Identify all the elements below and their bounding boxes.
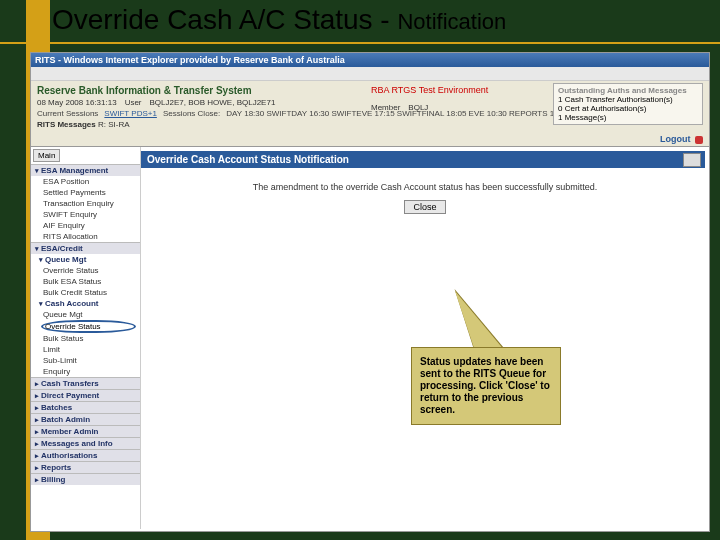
printer-icon[interactable] — [683, 153, 701, 167]
sidebar-item[interactable]: Transaction Enquiry — [31, 198, 140, 209]
sidebar-item[interactable]: Limit — [31, 344, 140, 355]
sidebar-item[interactable]: Sub-Limit — [31, 355, 140, 366]
sidebar-section-header[interactable]: Batches — [31, 401, 140, 413]
sidebar-section-header[interactable]: ESA/Credit — [31, 242, 140, 254]
sidebar: Main ESA ManagementESA PositionSettled P… — [31, 147, 141, 529]
sidebar-section-header[interactable]: Batch Admin — [31, 413, 140, 425]
sidebar-section-header[interactable]: Billing — [31, 473, 140, 485]
auths-line: 0 Cert at Authorisation(s) — [558, 104, 698, 113]
logout-icon — [695, 136, 703, 144]
sidebar-item[interactable]: Bulk Status — [31, 333, 140, 344]
auths-line: 1 Cash Transfer Authorisation(s) — [558, 95, 698, 104]
slide-title-main: Override Cash A/C Status - — [52, 4, 397, 35]
sessions-link[interactable]: SWIFT PDS+1 — [104, 109, 157, 118]
outstanding-auths-box[interactable]: Outstanding Auths and Messages 1 Cash Tr… — [553, 83, 703, 125]
sidebar-section-header[interactable]: ESA Management — [31, 164, 140, 176]
rits-messages-label: RITS Messages — [37, 120, 96, 129]
sidebar-section-header[interactable]: Reports — [31, 461, 140, 473]
auths-title: Outstanding Auths and Messages — [558, 86, 698, 95]
slide-title-sub: Notification — [397, 9, 506, 34]
member-value: BQLJ — [408, 103, 428, 112]
close-button[interactable]: Close — [404, 200, 445, 214]
sidebar-item[interactable]: SWIFT Enquiry — [31, 209, 140, 220]
user-value: BQLJ2E7, BOB HOWE, BQLJ2E71 — [150, 98, 276, 107]
main-button[interactable]: Main — [33, 149, 60, 162]
window-title-bar: RITS - Windows Internet Explorer provide… — [31, 53, 709, 67]
content-area: Override Cash Account Status Notificatio… — [141, 147, 709, 529]
environment-label: RBA RTGS Test Environment — [371, 85, 488, 95]
logout-label: Logout — [660, 134, 691, 144]
sidebar-item[interactable]: Bulk Credit Status — [31, 287, 140, 298]
sessions-label: Current Sessions — [37, 109, 98, 118]
sidebar-item[interactable]: Bulk ESA Status — [31, 276, 140, 287]
notification-message: The amendment to the override Cash Accou… — [161, 182, 689, 192]
instruction-callout: Status updates have been sent to the RIT… — [411, 347, 561, 425]
sidebar-item[interactable]: Override Status — [31, 265, 140, 276]
sidebar-item[interactable]: RITS Allocation — [31, 231, 140, 242]
slide-title: Override Cash A/C Status - Notification — [52, 4, 712, 36]
sidebar-item[interactable]: Queue Mgt — [31, 309, 140, 320]
sidebar-section-header[interactable]: Cash Transfers — [31, 377, 140, 389]
sidebar-subheader[interactable]: Cash Account — [31, 298, 140, 309]
sidebar-item[interactable]: Settled Payments — [31, 187, 140, 198]
sidebar-section-header[interactable]: Authorisations — [31, 449, 140, 461]
sidebar-section-header[interactable]: Direct Payment — [31, 389, 140, 401]
rits-messages: R: SI-RA — [98, 120, 130, 129]
member-label: Member — [371, 103, 400, 112]
sidebar-section-header[interactable]: Member Admin — [31, 425, 140, 437]
sessions-close-label: Sessions Close: — [163, 109, 220, 118]
auths-line: 1 Message(s) — [558, 113, 698, 122]
slide-underline — [0, 42, 720, 44]
header-date: 08 May 2008 16:31:13 — [37, 98, 117, 107]
content-title-text: Override Cash Account Status Notificatio… — [147, 154, 349, 165]
sidebar-item[interactable]: ESA Position — [31, 176, 140, 187]
browser-toolbar — [31, 67, 709, 81]
logout-link[interactable]: Logout — [660, 134, 703, 144]
browser-window: RITS - Windows Internet Explorer provide… — [30, 52, 710, 532]
sidebar-section-header[interactable]: Messages and Info — [31, 437, 140, 449]
sidebar-item[interactable]: Enquiry — [31, 366, 140, 377]
sidebar-item-selected[interactable]: Override Status — [41, 320, 136, 333]
callout-tail — [447, 291, 505, 351]
content-title: Override Cash Account Status Notificatio… — [141, 151, 705, 168]
app-header: Reserve Bank Information & Transfer Syst… — [31, 81, 709, 147]
user-label: User — [125, 98, 142, 107]
sidebar-item[interactable]: AIF Enquiry — [31, 220, 140, 231]
sidebar-subheader[interactable]: Queue Mgt — [31, 254, 140, 265]
